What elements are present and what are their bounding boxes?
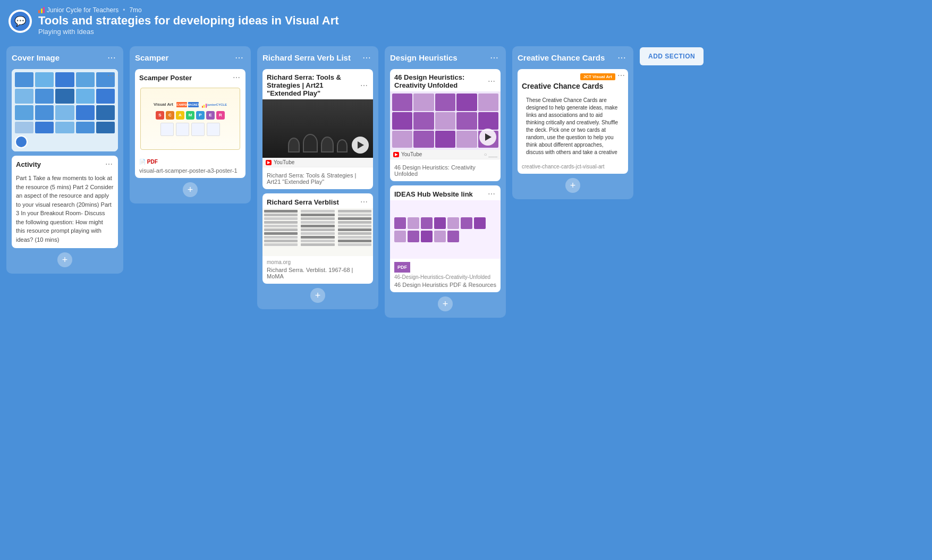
card-design-heuristics-video-menu[interactable]: ⋯ (487, 77, 496, 86)
card-scamper-title: Scamper Poster (139, 74, 232, 82)
add-card-richard-serra[interactable]: + (310, 288, 325, 303)
youtube-label-dh: YouTube (401, 151, 422, 157)
design-grid-item (456, 131, 477, 148)
column-header-design-heuristics: Design Heuristics ⋯ (390, 52, 501, 64)
verblist-line (338, 243, 371, 246)
column-title-richard-serra: Richard Serra Verb List (262, 53, 351, 62)
verblist-image (262, 208, 373, 256)
ideas-filename: 46-Design-Heuristics-Creativity-Unfolded (394, 274, 496, 280)
scamper-a: A (176, 111, 184, 120)
verblist-line (301, 225, 334, 227)
card-verblist-body: moma.org Richard Serra. Verblist. 1967-6… (262, 256, 373, 284)
ideas-icon (461, 217, 472, 229)
card-design-heuristics-video-body: 46 Design Heuristics: Creativity Unfolde… (390, 159, 501, 181)
card-richard-serra-verblist: Richard Serra Verblist ⋯ (262, 193, 373, 284)
design-grid-item (392, 112, 412, 130)
video-pot-2 (303, 134, 318, 152)
card-creative-chance: ⋯ JCT Visual Art Creative Chance Cards T… (518, 69, 628, 174)
yt-channel-badge: ○ ___ (484, 151, 497, 157)
card-ideas-hub-header: IDEAS Hub Website link ⋯ (390, 185, 501, 200)
ideas-pdf-icon: PDF (394, 262, 410, 273)
brand-bars-icon (38, 7, 45, 13)
ideas-icon (447, 231, 459, 242)
dot-separator: • (123, 6, 125, 14)
column-header-cover-image: Cover Image ⋯ (12, 52, 118, 64)
page-subtitle: Playing with Ideas (38, 28, 339, 36)
video-pot-3 (321, 137, 334, 152)
scamper-e: E (206, 111, 215, 120)
verblist-line (338, 228, 371, 231)
design-heuristics-video-link: 46 Design Heuristics: Creativity Unfolde… (394, 164, 496, 177)
verblist-line (264, 225, 298, 227)
card-creative-chance-menu[interactable]: ⋯ (616, 71, 626, 80)
cover-avatar-circle (15, 135, 28, 148)
add-card-design-heuristics[interactable]: + (438, 296, 453, 311)
card-scamper-menu[interactable]: ⋯ (232, 73, 241, 82)
card-richard-serra-video-menu[interactable]: ⋯ (359, 81, 369, 90)
cover-grid-cell (55, 105, 74, 120)
verblist-line (338, 217, 371, 220)
cover-grid-cell (76, 105, 95, 120)
cover-thumb (76, 122, 95, 133)
verblist-line (338, 236, 371, 239)
scamper-m: M (186, 111, 194, 120)
card-richard-serra-video-title: Richard Serra: Tools & Strategies | Art2… (267, 73, 359, 97)
cover-grid-cell (55, 72, 74, 87)
column-menu-scamper[interactable]: ⋯ (233, 52, 245, 64)
scamper-link-text: visual-art-scamper-poster-a3-poster-1 (139, 167, 241, 174)
card-scamper-body: 📄 PDF visual-art-scamper-poster-a3-poste… (135, 153, 245, 178)
card-cover-image: ⋯ (12, 69, 118, 151)
column-menu-cover-image[interactable]: ⋯ (105, 52, 118, 64)
card-activity-menu[interactable]: ⋯ (104, 160, 114, 168)
cover-grid-cell (15, 72, 33, 87)
scamper-brand-icon (202, 101, 207, 108)
card-ideas-hub-body: PDF 46-Design-Heuristics-Creativity-Unfo… (390, 259, 501, 292)
card-verblist-menu[interactable]: ⋯ (359, 198, 369, 206)
verblist-line (301, 236, 334, 239)
add-section-button[interactable]: ADD SECTION (640, 47, 704, 65)
cover-thumb (55, 122, 74, 133)
ideas-hub-image (390, 200, 501, 259)
verblist-line (264, 243, 298, 246)
design-grid-item (435, 131, 455, 148)
column-menu-creative-chance[interactable]: ⋯ (615, 52, 628, 64)
verblist-line (264, 221, 298, 224)
verblist-line (264, 228, 298, 231)
card-activity-title: Activity (16, 160, 104, 168)
column-scamper: Scamper ⋯ Scamper Poster ⋯ Visual Art SC… (130, 46, 251, 203)
add-card-scamper[interactable]: + (183, 182, 198, 197)
play-triangle-icon (358, 141, 364, 149)
card-ideas-hub: IDEAS Hub Website link ⋯ (390, 185, 501, 292)
column-menu-design-heuristics[interactable]: ⋯ (488, 52, 501, 64)
verblist-line (301, 243, 334, 246)
cover-grid-cell (96, 105, 115, 120)
verblist-line (338, 214, 371, 216)
verblist-line (264, 210, 298, 213)
add-card-cover-image[interactable]: + (57, 252, 72, 267)
board: Cover Image ⋯ ⋯ (0, 42, 932, 328)
card-design-heuristics-video-header: 46 Design Heuristics: Creativity Unfolde… (390, 69, 501, 91)
youtube-badge-richard-serra: ▶ YouTube (262, 158, 373, 167)
youtube-icon-dh: ▶ (393, 152, 399, 157)
cover-grid-cell (35, 89, 54, 104)
scamper-p: P (196, 111, 205, 120)
column-menu-richard-serra[interactable]: ⋯ (360, 52, 373, 64)
header: 💬 Junior Cycle for Teachers • 7mo Tools … (0, 0, 932, 42)
creative-chance-card-title: Creative Chance Cards (522, 82, 624, 90)
ideas-icon (474, 217, 486, 229)
cover-grid-cell (35, 105, 54, 120)
scamper-r: R (216, 111, 225, 120)
add-card-creative-chance[interactable]: + (565, 178, 580, 193)
video-pot-1 (288, 138, 300, 152)
card-ideas-hub-menu[interactable]: ⋯ (487, 190, 496, 198)
card-menu-cover-img[interactable]: ⋯ (106, 71, 116, 80)
design-grid-item (392, 94, 412, 111)
creative-chance-badge: JCT Visual Art (580, 73, 615, 80)
card-verblist-title: Richard Serra Verblist (267, 198, 359, 206)
verblist-line (338, 232, 371, 235)
verblist-col-3 (336, 208, 373, 256)
cover-thumb (96, 122, 115, 133)
column-design-heuristics: Design Heuristics ⋯ 46 Design Heuristics… (385, 46, 506, 318)
card-scamper-header: Scamper Poster ⋯ (135, 69, 245, 84)
richard-serra-video-link: Richard Serra: Tools & Strategies | Art2… (267, 172, 369, 185)
